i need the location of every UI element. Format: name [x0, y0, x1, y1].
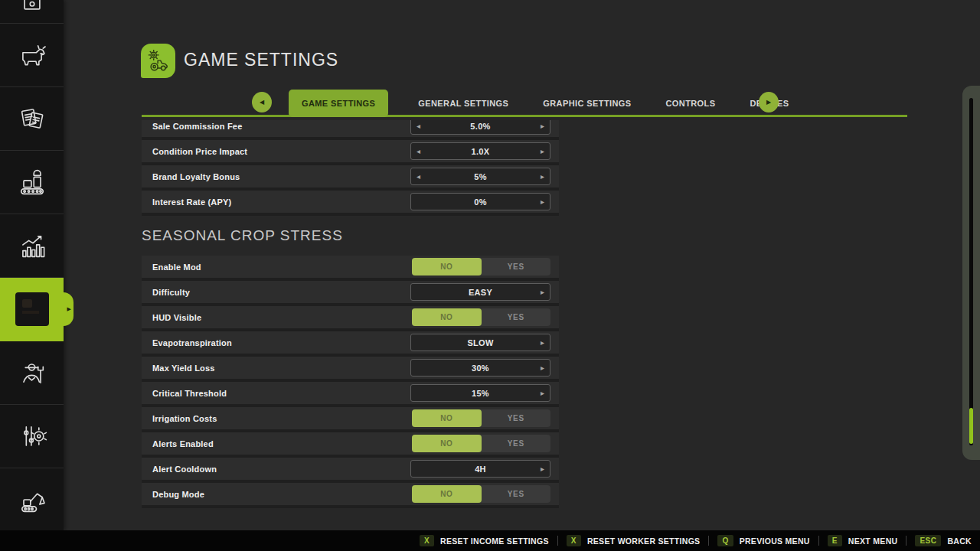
- settings-row: Enable Mod NO YES: [142, 256, 559, 281]
- sidebar-item-production[interactable]: [0, 151, 64, 214]
- tab-game-settings[interactable]: GAME SETTINGS: [289, 90, 388, 117]
- yes-no-toggle[interactable]: NO YES: [412, 308, 550, 326]
- active-item-bump: ▶: [64, 292, 74, 326]
- tab-graphic-settings[interactable]: GRAPHIC SETTINGS: [538, 99, 635, 108]
- hint-previous-menu[interactable]: Q PREVIOUS MENU: [709, 535, 818, 546]
- stepper-right-icon[interactable]: ▸: [541, 339, 544, 347]
- sidebar: ▶: [0, 0, 64, 530]
- toggle-option-yes[interactable]: YES: [482, 258, 551, 276]
- yes-no-toggle[interactable]: NO YES: [412, 258, 550, 276]
- value-stepper[interactable]: SLOW ▸: [410, 334, 550, 351]
- settings-row: Debug Mode NO YES: [142, 483, 559, 508]
- setting-label: Irrigation Costs: [142, 414, 412, 423]
- value-stepper[interactable]: 15% ▸: [410, 384, 550, 402]
- tab-controls[interactable]: CONTROLS: [662, 99, 720, 108]
- setting-label: Evapotranspiration: [142, 338, 410, 347]
- mod-settings-icon: [15, 292, 49, 326]
- settings-row-clipped: Sale Commission Fee ◂ 5.0% ▸: [142, 120, 559, 140]
- tabs-scroll-right-button[interactable]: ▶: [759, 92, 779, 112]
- stepper-value: 1.0X: [472, 147, 490, 156]
- toggle-option-no[interactable]: NO: [412, 435, 482, 452]
- yes-no-toggle[interactable]: NO YES: [412, 485, 550, 503]
- stepper-value: 5.0%: [470, 122, 490, 131]
- sidebar-item-tuning[interactable]: [0, 405, 64, 468]
- stepper-value: EASY: [469, 288, 492, 297]
- sidebar-item-mod-settings[interactable]: ▶: [0, 278, 64, 341]
- settings-row: Brand Loyalty Bonus ◂ 5% ▸: [142, 165, 559, 191]
- scrollbar-track[interactable]: [962, 86, 980, 460]
- stepper-right-icon[interactable]: ▸: [541, 289, 544, 296]
- scrollbar-rail: [969, 98, 973, 445]
- key-badge-q: Q: [717, 535, 733, 546]
- toggle-option-no[interactable]: NO: [412, 485, 482, 503]
- stepper-value: 4H: [475, 465, 486, 474]
- setting-label: Sale Commission Fee: [142, 122, 410, 131]
- yes-no-toggle[interactable]: NO YES: [412, 409, 550, 427]
- toggle-option-yes[interactable]: YES: [482, 409, 551, 427]
- setting-label: Difficulty: [142, 288, 410, 297]
- value-stepper[interactable]: 30% ▸: [410, 359, 550, 377]
- settings-list: Sale Commission Fee ◂ 5.0% ▸ Condition P…: [142, 120, 559, 520]
- stepper-right-icon[interactable]: ▸: [541, 173, 544, 181]
- cow-icon: [15, 38, 49, 72]
- value-stepper[interactable]: EASY ▸: [410, 283, 550, 301]
- setting-label: Alerts Enabled: [142, 439, 412, 448]
- yes-no-toggle[interactable]: NO YES: [412, 435, 550, 452]
- map-icon: [15, 0, 49, 11]
- toggle-option-no[interactable]: NO: [412, 409, 482, 427]
- stepper-left-icon[interactable]: ◂: [416, 148, 420, 155]
- settings-row: Alert Cooldown 4H ▸: [142, 458, 559, 483]
- stepper-right-icon[interactable]: ▸: [541, 198, 544, 206]
- stepper-value: SLOW: [467, 338, 493, 347]
- settings-row: Irrigation Costs NO YES: [142, 407, 559, 432]
- key-badge-e: E: [828, 535, 842, 546]
- hint-next-menu[interactable]: E NEXT MENU: [819, 535, 906, 546]
- value-stepper[interactable]: ◂ 5% ▸: [410, 168, 550, 185]
- hint-back[interactable]: ESC BACK: [906, 535, 980, 546]
- toggle-option-no[interactable]: NO: [412, 258, 482, 276]
- footer-keybind-bar: X RESET INCOME SETTINGS X RESET WORKER S…: [0, 530, 980, 551]
- toggle-option-no[interactable]: NO: [412, 308, 482, 326]
- sidebar-item-contracts[interactable]: [0, 87, 64, 151]
- hint-label: NEXT MENU: [848, 536, 898, 546]
- sidebar-item-map[interactable]: [0, 0, 64, 24]
- excavator-icon: [15, 483, 49, 517]
- setting-label: Enable Mod: [142, 262, 412, 272]
- tab-general-settings[interactable]: GENERAL SETTINGS: [413, 99, 513, 108]
- sidebar-item-statistics[interactable]: [0, 214, 64, 278]
- toggle-option-yes[interactable]: YES: [482, 485, 551, 503]
- toggle-option-yes[interactable]: YES: [482, 435, 551, 452]
- sidebar-item-farmer[interactable]: [0, 341, 64, 405]
- stepper-right-icon[interactable]: ▸: [541, 364, 544, 372]
- tabs-scroll-left-button[interactable]: ◀: [252, 92, 272, 112]
- hint-reset-worker-settings[interactable]: X RESET WORKER SETTINGS: [558, 535, 709, 546]
- chevron-right-icon: ▶: [766, 99, 771, 106]
- setting-label: HUD Visible: [142, 313, 412, 322]
- stepper-right-icon[interactable]: ▸: [541, 122, 544, 130]
- settings-row: HUD Visible NO YES: [142, 306, 559, 331]
- hint-label: BACK: [947, 536, 972, 546]
- stepper-value: 5%: [474, 172, 487, 181]
- hint-reset-income-settings[interactable]: X RESET INCOME SETTINGS: [411, 535, 557, 546]
- stepper-right-icon[interactable]: ▸: [541, 390, 544, 397]
- hint-label: PREVIOUS MENU: [740, 536, 810, 546]
- stepper-right-icon[interactable]: ▸: [541, 148, 544, 155]
- value-stepper[interactable]: 4H ▸: [410, 460, 550, 478]
- stepper-left-icon[interactable]: ◂: [416, 173, 420, 181]
- value-stepper[interactable]: ◂ 5.0% ▸: [410, 120, 550, 135]
- settings-row: Interest Rate (APY) 0% ▸: [142, 191, 559, 216]
- value-stepper[interactable]: ◂ 1.0X ▸: [410, 142, 550, 160]
- sidebar-item-construction[interactable]: [0, 468, 64, 532]
- sidebar-item-animals[interactable]: [0, 24, 64, 87]
- chevron-left-icon: ◀: [260, 99, 264, 106]
- production-icon: [15, 165, 49, 199]
- stepper-value: 15%: [472, 389, 489, 398]
- toggle-option-yes[interactable]: YES: [482, 308, 551, 326]
- stepper-right-icon[interactable]: ▸: [541, 465, 544, 473]
- section-title: SEASONAL CROP STRESS: [142, 227, 559, 245]
- value-stepper[interactable]: 0% ▸: [410, 193, 550, 210]
- scrollbar-thumb[interactable]: [969, 408, 973, 444]
- stepper-left-icon[interactable]: ◂: [416, 122, 420, 130]
- documents-icon: [15, 102, 49, 135]
- setting-label: Critical Threshold: [142, 389, 410, 398]
